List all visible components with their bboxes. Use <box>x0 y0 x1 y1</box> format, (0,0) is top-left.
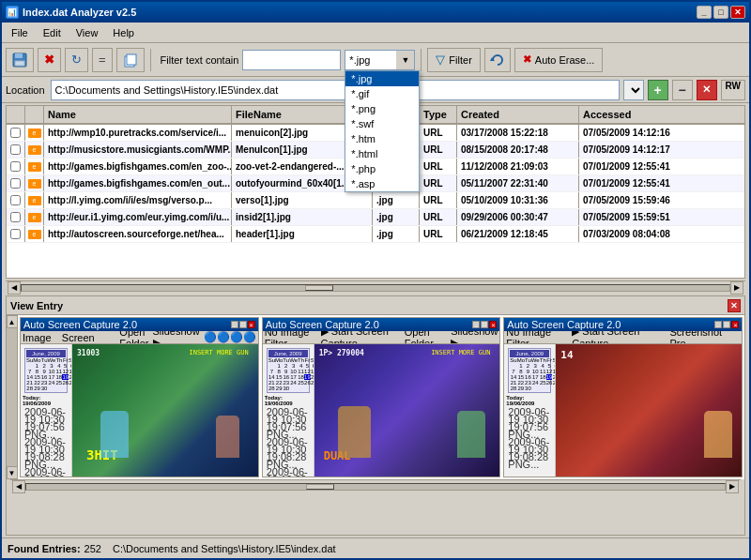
cal-date[interactable]: 26 <box>304 380 311 386</box>
refresh-button[interactable]: ↻ <box>65 48 88 72</box>
preview-start-2[interactable]: ▶ Start Screen Capture <box>321 331 401 344</box>
col-header-name[interactable]: Name <box>44 106 232 123</box>
ext-option-php[interactable]: *.php <box>345 161 419 176</box>
preview-max-3[interactable]: □ <box>723 321 730 328</box>
found-value: 252 <box>84 543 101 554</box>
preview-scroll-track[interactable] <box>25 483 726 491</box>
preview-open-2[interactable]: Open Folder <box>405 331 448 344</box>
preview-max-2[interactable]: □ <box>481 321 488 328</box>
preview-start-3[interactable]: ▶ Start Screen Capture <box>572 331 666 344</box>
scroll-right-button[interactable]: ▶ <box>730 281 743 295</box>
scroll-down-button[interactable]: ▼ <box>7 466 18 479</box>
ext-dropdown-button[interactable]: ▼ <box>396 50 415 70</box>
preview-max-1[interactable]: □ <box>239 321 247 328</box>
preview-v-scrollbar[interactable]: ▲ ▼ <box>7 315 18 479</box>
location-clear-button[interactable]: ✕ <box>697 80 717 100</box>
cal-date[interactable]: 30 <box>41 386 48 391</box>
cal-date[interactable]: 25 <box>55 380 62 386</box>
preview-controls-1: _ □ ✕ <box>231 321 255 328</box>
ext-option-gif[interactable]: *.gif <box>345 86 419 101</box>
equals-button[interactable]: = <box>92 48 113 72</box>
menu-file[interactable]: File <box>6 25 34 40</box>
table-h-scrollbar[interactable]: ◀ ▶ <box>6 280 745 294</box>
location-dropdown[interactable]: ▼ <box>623 80 644 100</box>
cal-date[interactable]: 25 <box>298 380 304 386</box>
cal-date[interactable]: 26 <box>62 380 69 386</box>
cal-date[interactable]: 28 <box>510 386 516 391</box>
cal-date[interactable]: 24 <box>47 380 55 386</box>
row-checkbox[interactable] <box>7 159 25 174</box>
scroll-left-button[interactable]: ◀ <box>8 281 21 295</box>
ext-option-jpg[interactable]: *.jpg <box>345 71 419 86</box>
scroll-track[interactable] <box>21 284 730 292</box>
auto-erase-button[interactable]: ✖ Auto Erase... <box>514 48 604 72</box>
menu-help[interactable]: Help <box>107 25 140 40</box>
scroll-up-button[interactable]: ▲ <box>7 315 18 328</box>
title-bar: 📊 Index.dat Analyzer v2.5 _ □ ✕ <box>2 2 749 23</box>
preview-scroll-right[interactable]: ▶ <box>726 480 739 493</box>
row-checkbox[interactable] <box>7 142 25 158</box>
location-minus-button[interactable]: − <box>672 80 693 100</box>
menu-edit[interactable]: Edit <box>38 25 67 40</box>
col-header-created[interactable]: Created <box>457 106 579 123</box>
copy-button[interactable] <box>116 48 145 72</box>
row-checkbox[interactable] <box>7 192 25 208</box>
rw-button[interactable]: RW <box>721 80 745 100</box>
maximize-button[interactable]: □ <box>713 6 728 19</box>
preview-scroll-thumb[interactable] <box>306 484 334 490</box>
save-button[interactable] <box>6 48 34 72</box>
sync-button[interactable] <box>484 48 511 72</box>
filter-input[interactable] <box>242 50 341 70</box>
menu-view[interactable]: View <box>70 25 104 40</box>
filter-button[interactable]: ▽ Filter <box>427 48 480 72</box>
cal-date[interactable]: 30 <box>283 386 289 391</box>
cal-date[interactable]: 29 <box>517 386 525 391</box>
preview-close-1[interactable]: ✕ <box>248 321 255 328</box>
preview-start-1[interactable]: ▶ Start Screen Capture <box>62 331 116 344</box>
delete-button[interactable]: ✖ <box>38 48 61 72</box>
x-icon: ✖ <box>44 53 54 67</box>
row-checkbox[interactable] <box>7 209 25 225</box>
cal-date[interactable]: 30 <box>525 386 531 391</box>
preview-close-3[interactable]: ✕ <box>731 321 739 328</box>
preview-h-scrollbar[interactable]: ◀ ▶ <box>10 479 741 492</box>
table-row[interactable]: e http://autoscreen.sourceforge.net/hea.… <box>7 226 744 243</box>
ext-option-html[interactable]: *.html <box>345 146 419 161</box>
ext-option-asp[interactable]: *.asp <box>345 176 419 191</box>
cal-date[interactable]: 26 <box>546 380 553 386</box>
cal-date[interactable]: 28 <box>268 386 275 391</box>
scroll-thumb[interactable] <box>305 285 333 291</box>
cal-date[interactable]: 28 <box>26 386 33 391</box>
cal-date[interactable]: 24 <box>531 380 540 386</box>
scroll-track-v[interactable] <box>7 328 17 466</box>
preview-min-3[interactable]: _ <box>714 321 722 328</box>
preview-scroll-left[interactable]: ◀ <box>12 480 25 493</box>
row-checkbox[interactable] <box>7 125 25 141</box>
ext-option-png[interactable]: *.png <box>345 101 419 116</box>
preview-open-1[interactable]: Open Folder <box>119 331 148 344</box>
cal-date[interactable]: 29 <box>33 386 40 391</box>
preview-slideshow-1[interactable]: Slideshow ▶ <box>153 331 200 344</box>
cal-date[interactable]: 25 <box>540 380 546 386</box>
preview-slideshow-2[interactable]: Slideshow ▶ <box>451 331 498 344</box>
col-header-accessed[interactable]: Accessed <box>579 106 744 123</box>
row-checkbox[interactable] <box>7 175 25 191</box>
location-input[interactable] <box>51 80 620 100</box>
col-header-type[interactable]: Type <box>420 106 457 123</box>
table-row[interactable]: e http://eur.i1.yimg.com/eur.yimg.com/i/… <box>7 209 744 226</box>
ext-option-swf[interactable]: *.swf <box>345 116 419 131</box>
preview-min-2[interactable]: _ <box>472 321 480 328</box>
ext-dropdown-list[interactable]: *.jpg *.gif *.png *.swf *.htm *.html *.p… <box>345 70 420 192</box>
location-add-button[interactable]: + <box>648 80 668 100</box>
list-item: 2009-06-19 10:30 19:08:28 PNG... <box>24 438 68 468</box>
ext-option-htm[interactable]: *.htm <box>345 131 419 146</box>
row-checkbox[interactable] <box>7 226 25 242</box>
table-row[interactable]: e http://l.yimg.com/i/i/es/msg/verso.p..… <box>7 192 744 209</box>
cal-date[interactable]: 24 <box>289 380 298 386</box>
view-entry-close-button[interactable]: ✕ <box>728 299 741 312</box>
close-button[interactable]: ✕ <box>730 6 745 19</box>
cal-date[interactable]: 29 <box>275 386 283 391</box>
preview-close-2[interactable]: ✕ <box>489 321 497 328</box>
minimize-button[interactable]: _ <box>697 6 712 19</box>
preview-min-1[interactable]: _ <box>231 321 238 328</box>
